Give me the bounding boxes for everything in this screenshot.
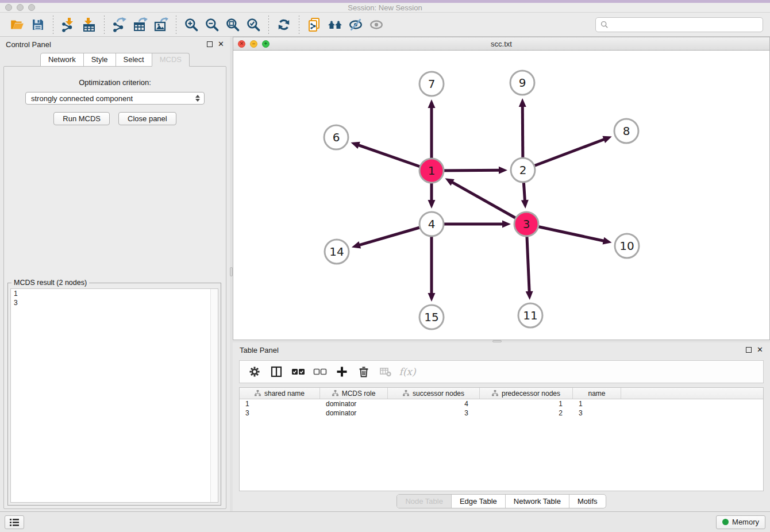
mcds-result-title: MCDS result (2 nodes) xyxy=(11,279,89,287)
close-panel-icon[interactable]: ✕ xyxy=(218,41,224,47)
mcds-result-text[interactable]: 13 xyxy=(10,288,218,503)
memory-button[interactable]: Memory xyxy=(716,515,765,529)
export-network-icon[interactable] xyxy=(111,16,128,33)
close-panel-icon[interactable]: ✕ xyxy=(757,347,763,353)
save-session-icon[interactable] xyxy=(29,16,47,33)
zoom-selected-icon[interactable] xyxy=(245,16,262,33)
zoom-fit-icon[interactable] xyxy=(224,16,241,33)
mcds-result-line: 3 xyxy=(11,298,218,307)
criterion-select[interactable]: strongly connected component xyxy=(25,92,205,105)
table-header-row: shared nameMCDS rolesuccessor nodesprede… xyxy=(240,388,763,399)
show-all-icon[interactable] xyxy=(368,16,385,33)
graph-node-1[interactable]: 1 xyxy=(419,159,444,183)
graph-node-7[interactable]: 7 xyxy=(419,72,444,96)
tab-edge-table[interactable]: Edge Table xyxy=(451,495,505,508)
search-input[interactable] xyxy=(612,20,758,29)
table-row[interactable]: 3dominator323 xyxy=(240,408,763,418)
show-columns-icon[interactable] xyxy=(268,364,284,380)
graph-node-8[interactable]: 8 xyxy=(614,119,638,143)
horizontal-splitter[interactable] xyxy=(233,340,770,342)
float-panel-icon[interactable] xyxy=(746,347,752,353)
graph-node-4[interactable]: 4 xyxy=(419,212,444,236)
task-history-button[interactable] xyxy=(5,515,24,529)
tab-motifs[interactable]: Motifs xyxy=(569,495,606,508)
svg-text:11: 11 xyxy=(523,309,537,322)
graph-node-11[interactable]: 11 xyxy=(518,303,542,327)
tab-network-table[interactable]: Network Table xyxy=(505,495,569,508)
create-column-plus-icon[interactable] xyxy=(334,364,350,380)
vertical-splitter[interactable] xyxy=(230,37,233,511)
table-row[interactable]: 1dominator411 xyxy=(240,399,763,408)
main-toolbar xyxy=(0,13,770,37)
zoom-in-icon[interactable] xyxy=(183,16,200,33)
graph-edge-3-1[interactable] xyxy=(445,178,526,224)
graph-edge-3-10[interactable] xyxy=(526,224,612,244)
graph-node-15[interactable]: 15 xyxy=(419,305,444,329)
svg-text:2: 2 xyxy=(519,163,527,177)
zoom-out-icon[interactable] xyxy=(203,16,221,33)
status-bar: Memory xyxy=(0,511,770,532)
column-header-predecessor-nodes[interactable]: predecessor nodes xyxy=(480,388,573,399)
network-canvas[interactable]: 7968124314101511 xyxy=(233,51,769,340)
application-window: Session: New Session xyxy=(0,0,770,532)
tab-select[interactable]: Select xyxy=(116,53,152,67)
table-cell: 4 xyxy=(388,400,480,408)
window-title: Session: New Session xyxy=(0,3,770,12)
column-header-label: MCDS role xyxy=(342,390,376,398)
table-cell: 1 xyxy=(480,400,573,408)
open-file-icon[interactable] xyxy=(9,16,26,33)
optimization-criterion-label: Optimization criterion: xyxy=(79,78,151,87)
network-close-button[interactable]: ✕ xyxy=(238,40,245,48)
first-neighbors-icon[interactable] xyxy=(326,16,344,33)
table-body: 1dominator4113dominator323 xyxy=(240,399,763,418)
shared-column-icon xyxy=(403,390,409,396)
tab-node-table[interactable]: Node Table xyxy=(397,495,451,508)
float-panel-icon[interactable] xyxy=(207,41,213,47)
tab-network[interactable]: Network xyxy=(40,53,84,67)
graph-node-9[interactable]: 9 xyxy=(510,71,534,95)
tab-mcds[interactable]: MCDS xyxy=(152,53,190,67)
refresh-layout-icon[interactable] xyxy=(275,16,292,33)
destroy-table-icon[interactable] xyxy=(378,364,394,380)
new-network-from-selection-icon[interactable] xyxy=(306,16,323,33)
select-all-icon[interactable] xyxy=(290,364,306,380)
splitter-handle[interactable] xyxy=(230,267,233,276)
shared-column-icon xyxy=(492,390,498,396)
table-cell: 3 xyxy=(573,409,621,417)
criterion-value: strongly connected component xyxy=(31,94,133,103)
table-settings-gear-icon[interactable] xyxy=(247,364,263,380)
function-builder-icon[interactable]: f(x) xyxy=(399,364,415,380)
mcds-result-line: 1 xyxy=(11,289,218,298)
column-header-MCDS-role[interactable]: MCDS role xyxy=(320,388,388,399)
network-minimize-button[interactable]: − xyxy=(250,40,257,48)
svg-text:6: 6 xyxy=(333,130,340,144)
column-header-successor-nodes[interactable]: successor nodes xyxy=(388,388,480,399)
unselect-all-icon[interactable] xyxy=(312,364,328,380)
export-table-icon[interactable] xyxy=(132,16,149,33)
hide-selected-icon[interactable] xyxy=(347,16,364,33)
close-panel-button[interactable]: Close panel xyxy=(118,112,176,125)
export-image-icon[interactable] xyxy=(152,16,170,33)
graph-node-2[interactable]: 2 xyxy=(511,158,535,182)
graph-node-10[interactable]: 10 xyxy=(615,234,639,258)
graph-node-3[interactable]: 3 xyxy=(514,212,538,236)
graph-node-14[interactable]: 14 xyxy=(325,240,349,264)
import-network-icon[interactable] xyxy=(60,16,77,33)
splitter-handle[interactable] xyxy=(492,340,502,342)
table-toolbar: f(x) xyxy=(239,360,764,383)
mcds-panel: Optimization criterion: strongly connect… xyxy=(3,66,226,509)
tab-style[interactable]: Style xyxy=(83,53,116,67)
svg-text:1: 1 xyxy=(428,164,436,178)
network-maximize-button[interactable]: + xyxy=(262,40,270,48)
result-scrollbar[interactable] xyxy=(210,289,218,502)
graph-edge-2-8[interactable] xyxy=(523,136,612,170)
delete-column-trash-icon[interactable] xyxy=(356,364,372,380)
import-table-icon[interactable] xyxy=(80,16,98,33)
column-header-shared-name[interactable]: shared name xyxy=(240,388,320,399)
toolbar-separator xyxy=(104,16,105,34)
shared-column-icon xyxy=(255,390,261,396)
svg-text:4: 4 xyxy=(428,217,436,231)
graph-node-6[interactable]: 6 xyxy=(324,125,348,149)
run-mcds-button[interactable]: Run MCDS xyxy=(53,112,110,125)
column-header-name[interactable]: name xyxy=(573,388,621,399)
